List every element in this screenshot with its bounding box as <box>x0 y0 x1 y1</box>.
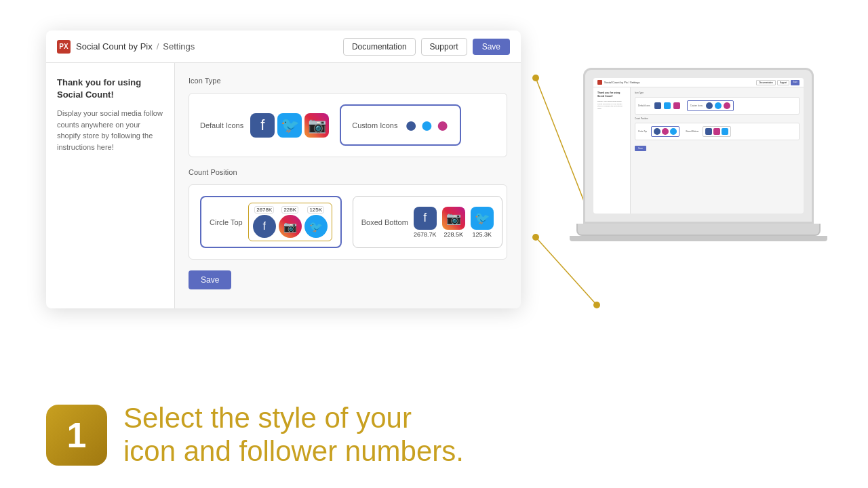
bottom-text-line1: Select the style of your <box>123 402 464 434</box>
browser-header: PX Social Count by Pix / Settings Docume… <box>46 30 521 63</box>
facebook-boxed-icon: f <box>414 207 437 230</box>
mini-count-option-row: Circle Top Boxed Bottom <box>638 126 796 137</box>
default-icons-label: Default Icons <box>200 121 243 129</box>
facebook-custom-icon: ● <box>404 113 417 138</box>
mini-title-area: Social Count by Pix / Settings <box>597 80 639 85</box>
facebook-circle-icon: f <box>253 215 276 238</box>
title-area: PX Social Count by Pix / Settings <box>57 40 195 54</box>
sidebar-description: Display your social media follow counts … <box>57 108 163 152</box>
browser-window: PX Social Count by Pix / Settings Docume… <box>46 30 521 308</box>
mini-boxed-fb <box>705 128 712 135</box>
mini-header: Social Count by Pix / Settings Documenta… <box>593 78 804 87</box>
mini-default-lbl: Default Icons <box>638 104 650 107</box>
mini-count-pos-card: Circle Top Boxed Bottom <box>635 123 800 140</box>
facebook-default-icon: f <box>250 113 275 138</box>
fb-boxed-count: 2678.7K <box>414 231 437 238</box>
mini-custom-wrap: Custom Icons <box>687 100 734 111</box>
documentation-button[interactable]: Documentation <box>343 38 416 56</box>
tw-boxed-count: 125.3K <box>473 231 492 238</box>
count-position-section: Circle Top 2678K f 228K 📷 125K <box>189 184 507 260</box>
mini-count-pos-lbl: Count Position <box>635 117 800 120</box>
sidebar: Thank you for using Social Count! Displa… <box>46 63 175 308</box>
browser-title: Social Count by Pix / Settings <box>76 41 195 52</box>
app-logo: PX <box>57 40 71 54</box>
svg-point-1 <box>532 75 539 81</box>
icon-type-section: Default Icons f 🐦 📷 Custom Icons ● ● <box>189 93 507 157</box>
mini-app: Social Count by Pix / Settings Documenta… <box>593 78 804 214</box>
app-title: Social Count by Pix <box>76 41 153 52</box>
ig-boxed-container: 📷 228.5K <box>442 207 465 238</box>
instagram-default-icon: 📷 <box>304 113 329 138</box>
mini-boxed-wrap <box>703 126 731 137</box>
twitter-custom-icon: ● <box>420 113 433 138</box>
custom-icons-option[interactable]: Custom Icons ● ● ● <box>340 104 461 146</box>
circle-top-option[interactable]: Circle Top 2678K f 228K 📷 125K <box>200 196 342 248</box>
custom-icons-label: Custom Icons <box>352 121 397 129</box>
mini-ig-default <box>673 102 680 109</box>
save-button[interactable]: Save <box>189 270 231 289</box>
ig-circle-container: 228K 📷 <box>279 206 302 238</box>
mini-main-content: Icon Type Default Icons Custom Icons <box>631 87 804 214</box>
mini-doc-btn: Documentation <box>756 80 775 85</box>
instagram-custom-icon: ● <box>436 113 449 138</box>
fb-boxed-container: f 2678.7K <box>414 207 437 238</box>
laptop: Social Count by Pix / Settings Documenta… <box>570 68 827 271</box>
mini-circle-fb <box>654 128 660 135</box>
svg-point-5 <box>593 302 600 308</box>
laptop-base <box>576 224 821 236</box>
mini-buttons: Documentation Support Save <box>756 80 800 85</box>
bottom-section: 1 Select the style of your icon and foll… <box>46 402 464 468</box>
mini-circle-wrap <box>651 126 679 137</box>
twitter-circle-icon: 🐦 <box>304 215 328 238</box>
support-button[interactable]: Support <box>421 38 467 56</box>
mini-icon-row: Default Icons Custom Icons <box>638 100 796 111</box>
save-header-button[interactable]: Save <box>473 39 510 55</box>
bottom-text: Select the style of your icon and follow… <box>123 402 464 468</box>
mini-boxed-tw <box>722 128 728 135</box>
boxed-bottom-option[interactable]: Boxed Bottom f 2678.7K 📷 228.5K <box>353 196 502 248</box>
custom-icon-group: ● ● ● <box>404 113 449 138</box>
instagram-boxed-icon: 📷 <box>442 207 465 230</box>
step-number: 1 <box>67 415 87 455</box>
boxed-icons-group: f 2678.7K 📷 228.5K 🐦 125.3K <box>414 207 494 238</box>
mini-sidebar-title: Thank you for using Social Count! <box>597 92 626 98</box>
bottom-text-line2: icon and follower numbers. <box>123 435 464 468</box>
mini-fb-default <box>654 102 661 109</box>
main-content: Icon Type Default Icons f 🐦 📷 Custo <box>175 63 521 308</box>
mini-circle-tw <box>670 128 677 135</box>
sidebar-title: Thank you for using Social Count! <box>57 77 163 101</box>
mini-icon-type-lbl: Icon Type <box>635 92 800 94</box>
laptop-lid: Social Count by Pix / Settings Documenta… <box>583 68 814 224</box>
instagram-circle-icon: 📷 <box>279 215 302 238</box>
count-position-label: Count Position <box>189 168 507 176</box>
mini-save-button[interactable]: Save <box>635 146 646 151</box>
svg-point-4 <box>532 234 539 241</box>
mini-save-btn: Save <box>791 80 800 85</box>
circle-icons-row: 2678K f 228K 📷 125K 🐦 <box>248 203 332 241</box>
mini-sidebar-text: Display your social media follow counts … <box>597 100 626 110</box>
mini-title-text: Social Count by Pix / Settings <box>604 81 639 84</box>
mini-boxed-ig <box>713 128 720 135</box>
separator: / <box>157 41 159 52</box>
default-icons-option[interactable]: Default Icons f 🐦 📷 <box>200 113 329 138</box>
page-name: Settings <box>163 41 195 52</box>
fb-circle-container: 2678K f <box>253 206 276 238</box>
mini-tw-default <box>664 102 671 109</box>
laptop-hinge <box>570 236 827 241</box>
header-buttons: Documentation Support Save <box>343 38 510 56</box>
icon-options: Default Icons f 🐦 📷 Custom Icons ● ● <box>200 104 496 146</box>
mini-sidebar: Thank you for using Social Count! Displa… <box>593 87 631 214</box>
browser-body: Thank you for using Social Count! Displa… <box>46 63 521 308</box>
tw-boxed-container: 🐦 125.3K <box>471 207 494 238</box>
tw-count: 125K <box>307 206 324 214</box>
mini-circle-lbl: Circle Top <box>638 130 647 133</box>
mini-circle-ig <box>662 128 669 135</box>
laptop-screen: Social Count by Pix / Settings Documenta… <box>593 78 804 214</box>
mini-custom-lbl: Custom Icons <box>690 104 703 107</box>
circle-top-label: Circle Top <box>210 218 243 226</box>
twitter-default-icon: 🐦 <box>277 113 302 138</box>
fb-count: 2678K <box>254 206 274 214</box>
tw-circle-container: 125K 🐦 <box>304 206 328 238</box>
mini-ig-custom <box>724 102 730 109</box>
twitter-boxed-icon: 🐦 <box>471 207 494 230</box>
